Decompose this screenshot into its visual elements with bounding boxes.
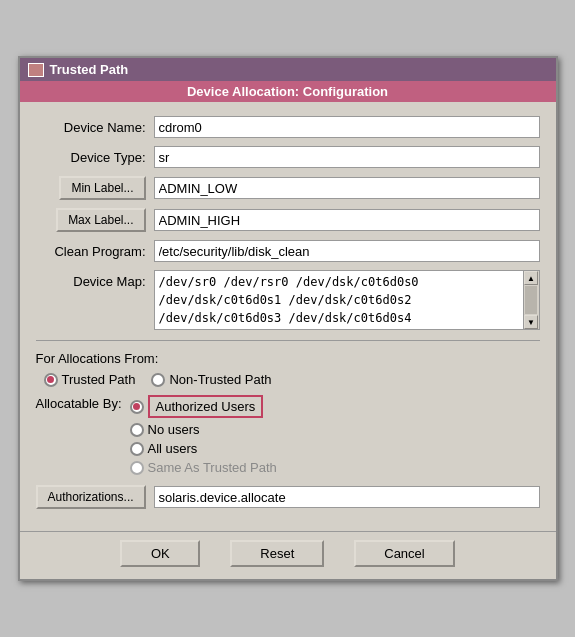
scroll-up-arrow[interactable]: ▲ [524,271,538,285]
window-title: Trusted Path [50,62,129,77]
bottom-buttons: OK Reset Cancel [20,531,556,579]
non-trusted-path-radio-dot [151,373,165,387]
allocatable-row: Allocatable By: Authorized Users No user… [36,395,540,475]
device-name-row: Device Name: [36,116,540,138]
scroll-track [525,286,537,314]
subtitle-bar: Device Allocation: Configuration [20,81,556,102]
device-map-row: Device Map: /dev/sr0 /dev/rsr0 /dev/dsk/… [36,270,540,330]
allocations-from-radio-group: Trusted Path Non-Trusted Path [44,372,540,387]
min-label-input[interactable] [154,177,540,199]
authorizations-row: Authorizations... [36,485,540,509]
allocatable-section: Allocatable By: Authorized Users No user… [36,395,540,475]
reset-button[interactable]: Reset [230,540,324,567]
clean-program-row: Clean Program: [36,240,540,262]
authorized-users-box: Authorized Users [148,395,264,418]
device-map-label: Device Map: [36,270,146,289]
device-name-label: Device Name: [36,120,146,135]
device-type-row: Device Type: [36,146,540,168]
allocatable-label: Allocatable By: [36,395,122,411]
dialog-window: Trusted Path Device Allocation: Configur… [18,56,558,581]
authorized-users-radio-dot [130,400,144,414]
trusted-path-radio[interactable]: Trusted Path [44,372,136,387]
scroll-down-arrow[interactable]: ▼ [524,315,538,329]
min-label-row: Min Label... [36,176,540,200]
all-users-radio[interactable]: All users [130,441,277,456]
same-as-trusted-radio-dot [130,461,144,475]
authorized-users-label: Authorized Users [156,399,256,414]
clean-program-label: Clean Program: [36,244,146,259]
max-label-input[interactable] [154,209,540,231]
trusted-path-radio-dot [44,373,58,387]
same-as-trusted-radio[interactable]: Same As Trusted Path [130,460,277,475]
device-name-input[interactable] [154,116,540,138]
authorizations-input[interactable] [154,486,540,508]
non-trusted-path-radio[interactable]: Non-Trusted Path [151,372,271,387]
device-map-scrollbar[interactable]: ▲ ▼ [524,270,540,330]
device-type-input[interactable] [154,146,540,168]
subtitle-text: Device Allocation: Configuration [187,84,388,99]
max-label-button[interactable]: Max Label... [56,208,145,232]
authorizations-button[interactable]: Authorizations... [36,485,146,509]
max-label-row: Max Label... [36,208,540,232]
ok-button[interactable]: OK [120,540,200,567]
no-users-radio-dot [130,423,144,437]
device-type-label: Device Type: [36,150,146,165]
title-bar-icon [28,63,44,77]
allocations-from-label: For Allocations From: [36,351,540,366]
trusted-path-label: Trusted Path [62,372,136,387]
authorized-users-radio[interactable]: Authorized Users [130,395,277,418]
same-as-trusted-label: Same As Trusted Path [148,460,277,475]
non-trusted-path-label: Non-Trusted Path [169,372,271,387]
dialog-content: Device Name: Device Type: Min Label... M… [20,102,556,527]
all-users-radio-dot [130,442,144,456]
clean-program-input[interactable] [154,240,540,262]
allocatable-options: Authorized Users No users All users [130,395,277,475]
divider-1 [36,340,540,341]
title-bar: Trusted Path [20,58,556,81]
allocations-from-section: For Allocations From: Trusted Path Non-T… [36,351,540,387]
no-users-radio[interactable]: No users [130,422,277,437]
all-users-label: All users [148,441,198,456]
min-label-button[interactable]: Min Label... [59,176,145,200]
cancel-button[interactable]: Cancel [354,540,454,567]
device-map-text: /dev/sr0 /dev/rsr0 /dev/dsk/c0t6d0s0/dev… [154,270,524,330]
device-map-wrapper: /dev/sr0 /dev/rsr0 /dev/dsk/c0t6d0s0/dev… [154,270,540,330]
no-users-label: No users [148,422,200,437]
